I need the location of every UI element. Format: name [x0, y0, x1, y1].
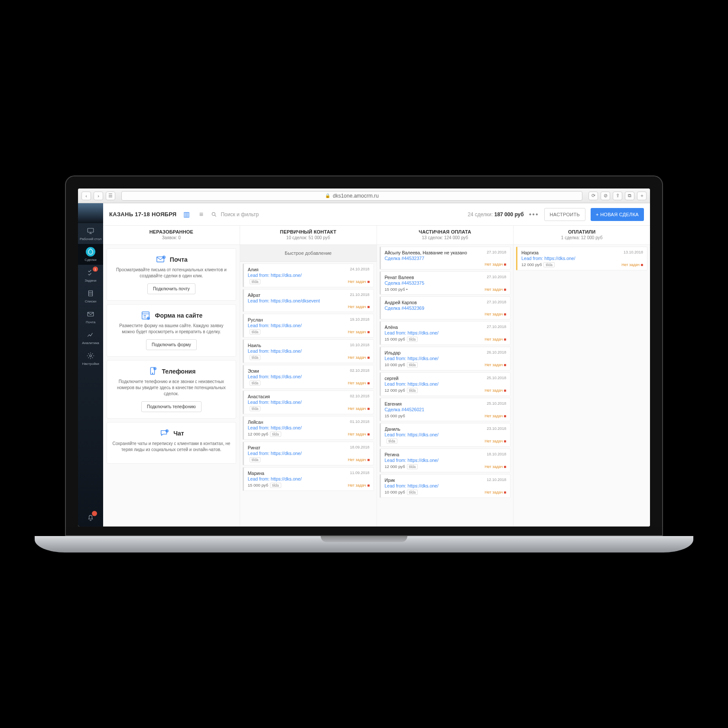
lead-card[interactable]: Руслан19.10.2018Lead from: https://dks.o…: [243, 314, 374, 338]
lead-link[interactable]: Сделка #44532375: [385, 280, 507, 286]
badge: [92, 511, 97, 516]
lead-card[interactable]: Анастасия02.10.2018Lead from: https://dk…: [243, 390, 374, 414]
no-task-label: Нет задач: [485, 312, 507, 316]
list-view-icon[interactable]: ≡: [196, 210, 206, 219]
lead-link[interactable]: Lead from: https://dks.one/: [248, 273, 370, 278]
lead-name: Лейсан: [248, 419, 263, 425]
search-input[interactable]: Поиск и фильтр: [211, 211, 462, 218]
lead-card[interactable]: Марина11.09.2018Lead from: https://dks.o…: [243, 467, 374, 491]
lead-link[interactable]: Lead from: https://dks.one/dksevent: [248, 298, 370, 303]
lead-card[interactable]: Андрей Карпов27.10.2018Сделка #44532369Н…: [380, 296, 511, 319]
lead-date: 13.10.2018: [624, 250, 643, 255]
lead-link[interactable]: Lead from: https://dks.one/: [248, 400, 370, 405]
tabs-button[interactable]: ⧉: [625, 192, 634, 200]
lead-date: 26.10.2018: [487, 350, 506, 355]
lead-link[interactable]: Lead from: https://dks.one/: [521, 256, 643, 261]
adblock-icon[interactable]: ⊘: [601, 192, 610, 200]
lead-card[interactable]: Ильдар26.10.2018Lead from: https://dks.o…: [380, 347, 511, 370]
tag-tilda: tilda: [543, 262, 555, 267]
lead-card[interactable]: Ирик12.10.2018Lead from: https://dks.one…: [380, 474, 511, 498]
no-task-label: Нет задач: [485, 363, 507, 367]
pipeline-name[interactable]: КАЗАНЬ 17-18 НОЯБРЯ: [109, 211, 176, 218]
lead-link[interactable]: Сделка #44532377: [385, 256, 507, 261]
new-lead-button[interactable]: + НОВАЯ СДЕЛКА: [591, 208, 644, 221]
lead-card[interactable]: Эсми02.10.2018Lead from: https://dks.one…: [243, 365, 374, 389]
tag-tilda: tilda: [250, 457, 261, 462]
lead-card[interactable]: Айсылу Валеева, Название не указано27.10…: [380, 247, 511, 270]
lead-price: 12 000 рубtilda: [385, 388, 418, 393]
url-text: dks1one.amocrm.ru: [333, 193, 379, 199]
svg-rect-0: [88, 228, 94, 232]
leads-icon: [86, 247, 95, 257]
sidebar-toggle-button[interactable]: ☰: [106, 192, 115, 200]
browser-toolbar: ‹ › ☰ 🔒 dks1one.amocrm.ru ⟳ ⊘ ⇪ ⧉ ＋: [78, 188, 650, 203]
lead-card[interactable]: Евгения25.10.2018Сделка #4452602115 000 …: [380, 398, 511, 421]
tag-tilda: tilda: [270, 432, 281, 437]
settings-button[interactable]: НАСТРОИТЬ: [544, 208, 586, 221]
lead-card[interactable]: Ренат Валеев27.10.2018Сделка #4453237515…: [380, 271, 511, 295]
back-button[interactable]: ‹: [81, 192, 91, 200]
lead-link[interactable]: Lead from: https://dks.one/: [385, 381, 507, 387]
lock-icon: 🔒: [325, 193, 330, 198]
lead-link[interactable]: Сделка #44526021: [385, 407, 507, 412]
lead-date: 02.10.2018: [350, 394, 369, 399]
sidebar-item-settings[interactable]: Настройки: [78, 348, 103, 369]
lead-card[interactable]: Алёна27.10.2018Lead from: https://dks.on…: [380, 321, 511, 345]
sidebar-item-desktop[interactable]: Рабочий стол: [78, 223, 103, 244]
forward-button[interactable]: ›: [94, 192, 103, 200]
lead-date: 12.10.2018: [487, 478, 506, 483]
tag-tilda: tilda: [270, 483, 281, 488]
sidebar-item-leads[interactable]: Сделки: [78, 244, 103, 265]
lead-name: Айрат: [248, 292, 260, 298]
tag-tilda: tilda: [250, 329, 261, 335]
add-button[interactable]: ＋: [637, 192, 647, 200]
lead-link[interactable]: Lead from: https://dks.one/: [248, 348, 370, 354]
kanban-view-icon[interactable]: ▥: [182, 210, 191, 219]
lead-card[interactable]: Ринат18.09.2018Lead from: https://dks.on…: [243, 442, 374, 465]
lead-date: 18.09.2018: [350, 445, 369, 450]
sidebar-item-lists[interactable]: Списки: [78, 286, 103, 306]
lead-date: 11.09.2018: [350, 471, 369, 476]
lead-link[interactable]: Lead from: https://dks.one/: [385, 356, 507, 361]
lead-link[interactable]: Lead from: https://dks.one/: [248, 323, 370, 328]
more-menu[interactable]: •••: [529, 211, 539, 218]
lead-link[interactable]: Lead from: https://dks.one/: [385, 432, 507, 437]
lead-card[interactable]: сергей25.10.2018Lead from: https://dks.o…: [380, 372, 511, 396]
lead-card[interactable]: Алия24.10.2018Lead from: https://dks.one…: [243, 263, 374, 287]
lead-link[interactable]: Lead from: https://dks.one/: [385, 483, 507, 488]
lead-price: tilda: [248, 457, 261, 462]
reload-button[interactable]: ⟳: [588, 192, 598, 200]
lead-link[interactable]: Lead from: https://dks.one/: [385, 458, 507, 463]
lead-link[interactable]: Lead from: https://dks.one/: [385, 330, 507, 335]
lead-link[interactable]: Lead from: https://dks.one/: [248, 451, 370, 456]
lead-link[interactable]: Lead from: https://dks.one/: [248, 374, 370, 379]
sidebar-item-mail[interactable]: Почта: [78, 306, 103, 327]
lead-card[interactable]: Айрат21.10.2018Lead from: https://dks.on…: [243, 289, 374, 312]
lead-card[interactable]: Лейсан01.10.2018Lead from: https://dks.o…: [243, 416, 374, 440]
no-task-label: Нет задач: [348, 280, 370, 284]
sidebar: Рабочий стол Сделки 1 Задачи Списки: [78, 203, 103, 526]
no-task-label: Нет задач: [485, 465, 507, 469]
sidebar-item-analytics[interactable]: Аналитика: [78, 327, 103, 348]
lead-card[interactable]: Регина18.10.2018Lead from: https://dks.o…: [380, 448, 511, 472]
sidebar-item-tasks[interactable]: 1 Задачи: [78, 265, 103, 286]
no-task-label: Нет задач: [348, 458, 370, 462]
lead-link[interactable]: Lead from: https://dks.one/: [248, 425, 370, 430]
lead-name: Ринат: [248, 445, 260, 450]
quick-add[interactable]: Быстрое добавление: [240, 245, 377, 262]
address-bar[interactable]: 🔒 dks1one.amocrm.ru: [121, 191, 582, 201]
share-button[interactable]: ⇪: [613, 192, 622, 200]
lead-card[interactable]: Наиль10.10.2018Lead from: https://dks.on…: [243, 339, 374, 363]
lead-card[interactable]: Наргиза13.10.2018Lead from: https://dks.…: [516, 247, 647, 270]
connect-mail-button[interactable]: Подключить почту: [147, 283, 195, 294]
lead-card[interactable]: Даниль23.10.2018Lead from: https://dks.o…: [380, 423, 511, 447]
no-task-label: Нет задач: [621, 263, 643, 267]
lead-link[interactable]: Lead from: https://dks.one/: [248, 476, 370, 481]
lead-link[interactable]: Сделка #44532369: [385, 306, 507, 311]
sidebar-label: Настройки: [82, 362, 99, 366]
connect-form-button[interactable]: Подключить форму: [146, 339, 197, 350]
bell-icon: [86, 513, 95, 522]
connect-phone-button[interactable]: Подключить телефонию: [141, 401, 202, 412]
tag-tilda: tilda: [407, 490, 418, 495]
sidebar-notifications[interactable]: [78, 508, 103, 526]
